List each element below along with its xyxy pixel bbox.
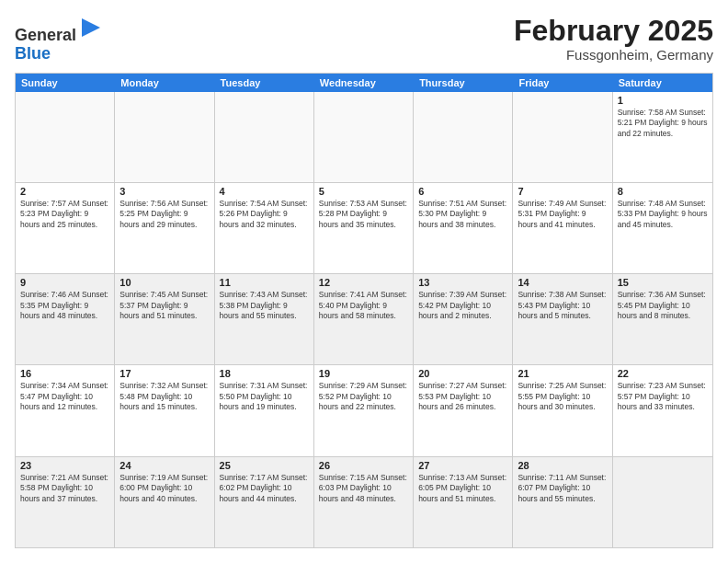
cal-cell-3-6: 22Sunrise: 7:23 AM Sunset: 5:57 PM Dayli…: [613, 365, 712, 455]
svg-marker-0: [82, 18, 100, 37]
day-info: Sunrise: 7:57 AM Sunset: 5:23 PM Dayligh…: [20, 199, 109, 230]
day-info: Sunrise: 7:36 AM Sunset: 5:45 PM Dayligh…: [618, 290, 708, 321]
cal-cell-1-3: 5Sunrise: 7:53 AM Sunset: 5:28 PM Daylig…: [314, 183, 414, 273]
day-info: Sunrise: 7:25 AM Sunset: 5:55 PM Dayligh…: [518, 381, 607, 412]
cal-cell-0-2: [215, 92, 314, 182]
cal-cell-2-0: 9Sunrise: 7:46 AM Sunset: 5:35 PM Daylig…: [16, 274, 115, 364]
day-info: Sunrise: 7:23 AM Sunset: 5:57 PM Dayligh…: [618, 381, 708, 412]
day-info: Sunrise: 7:54 AM Sunset: 5:26 PM Dayligh…: [220, 199, 309, 230]
cal-cell-2-1: 10Sunrise: 7:45 AM Sunset: 5:37 PM Dayli…: [115, 274, 214, 364]
cal-cell-4-4: 27Sunrise: 7:13 AM Sunset: 6:05 PM Dayli…: [414, 457, 513, 547]
day-number: 24: [119, 460, 209, 471]
cal-cell-1-2: 4Sunrise: 7:54 AM Sunset: 5:26 PM Daylig…: [215, 183, 314, 273]
cal-cell-0-4: [414, 92, 513, 182]
day-number: 16: [20, 368, 109, 379]
header-sunday: Sunday: [16, 74, 115, 92]
page: General Blue February 2025 Fussgonheim, …: [0, 0, 728, 563]
day-info: Sunrise: 7:27 AM Sunset: 5:53 PM Dayligh…: [418, 381, 507, 412]
cal-cell-4-3: 26Sunrise: 7:15 AM Sunset: 6:03 PM Dayli…: [314, 457, 414, 547]
day-number: 25: [220, 460, 309, 471]
day-number: 2: [20, 186, 109, 197]
cal-cell-3-2: 18Sunrise: 7:31 AM Sunset: 5:50 PM Dayli…: [215, 365, 314, 455]
cal-cell-4-2: 25Sunrise: 7:17 AM Sunset: 6:02 PM Dayli…: [215, 457, 314, 547]
header-thursday: Thursday: [414, 74, 513, 92]
day-info: Sunrise: 7:21 AM Sunset: 5:58 PM Dayligh…: [20, 473, 109, 504]
calendar-body: 1Sunrise: 7:58 AM Sunset: 5:21 PM Daylig…: [16, 92, 712, 547]
day-info: Sunrise: 7:48 AM Sunset: 5:33 PM Dayligh…: [618, 199, 708, 230]
day-number: 13: [418, 277, 507, 288]
cal-cell-3-1: 17Sunrise: 7:32 AM Sunset: 5:48 PM Dayli…: [115, 365, 214, 455]
logo-icon: [78, 15, 104, 40]
cal-cell-3-5: 21Sunrise: 7:25 AM Sunset: 5:55 PM Dayli…: [513, 365, 612, 455]
cal-row-3: 16Sunrise: 7:34 AM Sunset: 5:47 PM Dayli…: [16, 364, 712, 455]
header-tuesday: Tuesday: [215, 74, 314, 92]
day-number: 19: [319, 368, 408, 379]
day-number: 14: [518, 277, 607, 288]
cal-row-0: 1Sunrise: 7:58 AM Sunset: 5:21 PM Daylig…: [16, 92, 712, 182]
day-number: 7: [518, 186, 607, 197]
day-info: Sunrise: 7:34 AM Sunset: 5:47 PM Dayligh…: [20, 381, 109, 412]
cal-row-2: 9Sunrise: 7:46 AM Sunset: 5:35 PM Daylig…: [16, 273, 712, 364]
day-number: 17: [119, 368, 209, 379]
day-number: 11: [220, 277, 309, 288]
logo-general: General: [15, 26, 76, 44]
cal-cell-1-4: 6Sunrise: 7:51 AM Sunset: 5:30 PM Daylig…: [414, 183, 513, 273]
day-number: 28: [518, 460, 607, 471]
day-number: 26: [319, 460, 408, 471]
header: General Blue February 2025 Fussgonheim, …: [15, 15, 713, 63]
cal-cell-2-2: 11Sunrise: 7:43 AM Sunset: 5:38 PM Dayli…: [215, 274, 314, 364]
cal-cell-1-6: 8Sunrise: 7:48 AM Sunset: 5:33 PM Daylig…: [613, 183, 712, 273]
cal-cell-2-5: 14Sunrise: 7:38 AM Sunset: 5:43 PM Dayli…: [513, 274, 612, 364]
day-info: Sunrise: 7:11 AM Sunset: 6:07 PM Dayligh…: [518, 473, 607, 504]
title-block: February 2025 Fussgonheim, Germany: [514, 15, 713, 63]
header-monday: Monday: [115, 74, 214, 92]
cal-cell-2-3: 12Sunrise: 7:41 AM Sunset: 5:40 PM Dayli…: [314, 274, 414, 364]
calendar-header: Sunday Monday Tuesday Wednesday Thursday…: [16, 74, 712, 92]
day-number: 22: [618, 368, 708, 379]
day-number: 3: [119, 186, 209, 197]
header-friday: Friday: [513, 74, 612, 92]
day-number: 20: [418, 368, 507, 379]
header-saturday: Saturday: [613, 74, 712, 92]
day-number: 4: [220, 186, 309, 197]
location: Fussgonheim, Germany: [514, 47, 713, 63]
cal-cell-4-6: [613, 457, 712, 547]
cal-row-4: 23Sunrise: 7:21 AM Sunset: 5:58 PM Dayli…: [16, 456, 712, 547]
logo: General Blue: [15, 15, 104, 63]
day-info: Sunrise: 7:17 AM Sunset: 6:02 PM Dayligh…: [220, 473, 309, 504]
day-info: Sunrise: 7:15 AM Sunset: 6:03 PM Dayligh…: [319, 473, 408, 504]
day-number: 23: [20, 460, 109, 471]
cal-row-1: 2Sunrise: 7:57 AM Sunset: 5:23 PM Daylig…: [16, 182, 712, 273]
day-info: Sunrise: 7:45 AM Sunset: 5:37 PM Dayligh…: [119, 290, 209, 321]
day-info: Sunrise: 7:43 AM Sunset: 5:38 PM Dayligh…: [220, 290, 309, 321]
day-number: 5: [319, 186, 408, 197]
cal-cell-1-0: 2Sunrise: 7:57 AM Sunset: 5:23 PM Daylig…: [16, 183, 115, 273]
cal-cell-4-5: 28Sunrise: 7:11 AM Sunset: 6:07 PM Dayli…: [513, 457, 612, 547]
cal-cell-3-0: 16Sunrise: 7:34 AM Sunset: 5:47 PM Dayli…: [16, 365, 115, 455]
day-info: Sunrise: 7:38 AM Sunset: 5:43 PM Dayligh…: [518, 290, 607, 321]
cal-cell-3-3: 19Sunrise: 7:29 AM Sunset: 5:52 PM Dayli…: [314, 365, 414, 455]
cal-cell-0-5: [513, 92, 612, 182]
cal-cell-0-6: 1Sunrise: 7:58 AM Sunset: 5:21 PM Daylig…: [613, 92, 712, 182]
day-info: Sunrise: 7:31 AM Sunset: 5:50 PM Dayligh…: [220, 381, 309, 412]
cal-cell-3-4: 20Sunrise: 7:27 AM Sunset: 5:53 PM Dayli…: [414, 365, 513, 455]
day-info: Sunrise: 7:46 AM Sunset: 5:35 PM Dayligh…: [20, 290, 109, 321]
cal-cell-1-1: 3Sunrise: 7:56 AM Sunset: 5:25 PM Daylig…: [115, 183, 214, 273]
day-number: 10: [119, 277, 209, 288]
cal-cell-0-1: [115, 92, 214, 182]
day-info: Sunrise: 7:51 AM Sunset: 5:30 PM Dayligh…: [418, 199, 507, 230]
day-number: 6: [418, 186, 507, 197]
day-info: Sunrise: 7:53 AM Sunset: 5:28 PM Dayligh…: [319, 199, 408, 230]
logo-text: General Blue: [15, 15, 104, 63]
day-number: 27: [418, 460, 507, 471]
day-number: 18: [220, 368, 309, 379]
day-number: 12: [319, 277, 408, 288]
day-info: Sunrise: 7:29 AM Sunset: 5:52 PM Dayligh…: [319, 381, 408, 412]
day-number: 1: [618, 95, 708, 106]
cal-cell-4-1: 24Sunrise: 7:19 AM Sunset: 6:00 PM Dayli…: [115, 457, 214, 547]
logo-blue: Blue: [15, 44, 51, 63]
day-info: Sunrise: 7:49 AM Sunset: 5:31 PM Dayligh…: [518, 199, 607, 230]
day-info: Sunrise: 7:32 AM Sunset: 5:48 PM Dayligh…: [119, 381, 209, 412]
cal-cell-4-0: 23Sunrise: 7:21 AM Sunset: 5:58 PM Dayli…: [16, 457, 115, 547]
day-number: 21: [518, 368, 607, 379]
